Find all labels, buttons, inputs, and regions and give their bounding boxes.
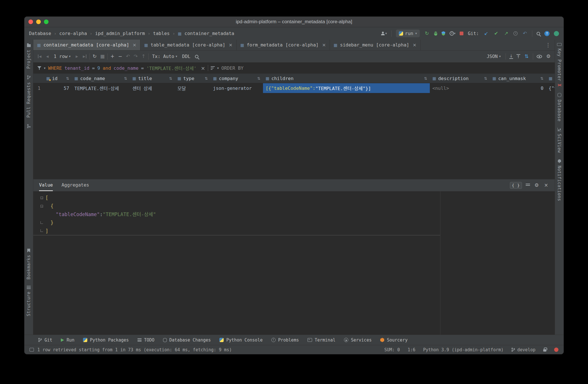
column-header-children[interactable]: ▦ children ⇅ xyxy=(263,74,430,83)
last-page-button[interactable]: ▸ xyxy=(82,53,88,60)
fold-collapse-icon[interactable] xyxy=(40,205,43,207)
delete-row-button[interactable]: − xyxy=(117,53,123,60)
toolwindow-python-packages-button[interactable]: Python Packages xyxy=(79,335,133,345)
tab-value[interactable]: Value xyxy=(39,179,53,191)
rollback-button[interactable]: ↶ xyxy=(522,30,528,37)
fold-end-icon[interactable] xyxy=(40,221,43,224)
transaction-mode-select[interactable]: Tx: Auto ▾ xyxy=(151,54,179,59)
sum-widget[interactable]: SUM: 0 xyxy=(384,347,400,352)
refresh-query-button[interactable]: ↻ xyxy=(92,53,98,60)
column-header-id[interactable]: ▦ id ⇅ xyxy=(44,74,72,83)
tab-form-metadata[interactable]: ▦ form_metadata [core-alpha] × xyxy=(237,40,330,50)
column-header-type[interactable]: ▦ type ⇅ xyxy=(175,74,210,83)
first-page-button[interactable]: ◂ xyxy=(37,53,42,60)
toolwindow-database-changes-button[interactable]: Database Changes xyxy=(159,335,215,345)
previous-page-button[interactable]: ◂ xyxy=(45,53,50,60)
lock-icon[interactable] xyxy=(543,349,546,352)
column-header-can-unmask[interactable]: ▦ can_unmask ⇅ xyxy=(490,74,546,83)
toolwindow-todo-button[interactable]: TODO xyxy=(134,335,158,345)
search-everywhere-button[interactable] xyxy=(537,32,540,35)
toolwindow-git-button[interactable] xyxy=(27,124,31,128)
grid-settings-button[interactable]: ⚙ xyxy=(546,53,551,60)
toolwindow-notifications-button[interactable]: Notifications xyxy=(557,159,562,201)
sort-icon[interactable] xyxy=(211,66,215,70)
git-branch-widget[interactable]: develop xyxy=(511,347,535,352)
sort-arrows-icon[interactable]: ⇅ xyxy=(540,76,543,81)
cell-children[interactable]: [{"tableCodeName": "TEMPLATE.센터-상세"}] xyxy=(263,83,430,93)
modify-data-button[interactable]: ⇅ xyxy=(524,53,529,60)
add-row-button[interactable]: + xyxy=(110,53,115,60)
sort-arrows-icon[interactable]: ⇅ xyxy=(484,76,487,81)
toolwindow-bookmarks-button[interactable]: Bookmarks xyxy=(26,249,31,280)
clear-filter-icon[interactable]: × xyxy=(201,65,205,71)
python-interpreter-widget[interactable]: Python 3.9 (ipd-admin-platform) xyxy=(423,347,504,352)
breadcrumb-item-database-name[interactable]: ipd_admin_platform xyxy=(95,31,145,36)
undo-button[interactable]: ↶ xyxy=(125,53,131,60)
close-tab-icon[interactable]: × xyxy=(133,42,136,48)
column-header-overflow[interactable]: ▦ xyxy=(546,74,555,83)
toolwindow-toggle-icon[interactable] xyxy=(30,348,34,352)
breadcrumb-item-tables[interactable]: tables xyxy=(153,31,170,36)
column-header-code-name[interactable]: ▦ code_name ⇅ xyxy=(72,74,130,83)
sort-arrows-icon[interactable]: ⇅ xyxy=(66,76,69,81)
import-data-button[interactable]: ↑ xyxy=(517,54,520,59)
user-account-button[interactable]: ▾ xyxy=(380,30,387,37)
git-push-button[interactable]: ↗ xyxy=(503,30,509,37)
column-header-title[interactable]: ▦ title ⇅ xyxy=(130,74,175,83)
cell-description[interactable]: <null> xyxy=(430,83,490,93)
cell-overflow[interactable]: {"v xyxy=(546,83,555,93)
toolwindow-structure-button[interactable]: Structure xyxy=(26,286,31,316)
caret-position-widget[interactable]: 1:6 xyxy=(408,347,415,352)
column-header-description[interactable]: ▦ description ⇅ xyxy=(430,74,490,83)
cell-company[interactable]: json-generator xyxy=(210,83,263,93)
code-with-me-button[interactable] xyxy=(554,31,559,36)
row-number-cell[interactable]: 1 xyxy=(33,83,44,93)
filter-icon[interactable] xyxy=(37,66,41,70)
toolwindow-python-console-button[interactable]: Python Console xyxy=(215,335,266,345)
close-tab-icon[interactable]: × xyxy=(322,42,326,48)
sort-arrows-icon[interactable]: ⇅ xyxy=(169,76,172,81)
cell-can-unmask[interactable]: 0 xyxy=(490,83,546,93)
notification-icon[interactable] xyxy=(554,348,558,352)
toolwindow-services-button[interactable]: Services xyxy=(340,335,376,345)
soft-wrap-button[interactable] xyxy=(526,183,530,187)
redo-button[interactable]: ↷ xyxy=(133,53,139,60)
close-tab-icon[interactable]: × xyxy=(229,42,233,48)
toolwindow-project-button[interactable]: Project xyxy=(26,43,31,69)
breadcrumb-item-table[interactable]: container_metadata xyxy=(185,31,234,36)
find-in-grid-button[interactable] xyxy=(194,53,200,60)
sort-arrows-icon[interactable]: ⇅ xyxy=(124,76,127,81)
cell-title[interactable]: 센터 상세 xyxy=(130,83,175,93)
close-window-button[interactable] xyxy=(28,20,33,24)
toolwindow-terminal-button[interactable]: Terminal xyxy=(303,335,339,345)
run-configuration-select[interactable]: run ▾ xyxy=(396,30,420,37)
zoom-window-button[interactable] xyxy=(44,20,49,24)
toolwindow-sourcery-button[interactable]: Sourcery xyxy=(376,335,411,345)
coverage-button[interactable] xyxy=(442,31,445,36)
json-value-editor[interactable]: [ { "tableCodeName" : "TEMPLATE.센터-상세" xyxy=(33,191,440,335)
toolwindow-run-button[interactable]: Run xyxy=(57,335,78,345)
view-format-select[interactable]: JSON ▾ xyxy=(485,54,502,59)
tab-aggregates[interactable]: Aggregates xyxy=(61,179,89,191)
close-pane-button[interactable]: × xyxy=(543,182,549,189)
toolwindow-pull-requests-button[interactable]: Pull Requests xyxy=(26,75,31,118)
cell-id[interactable]: 57 xyxy=(44,83,72,93)
debug-button[interactable] xyxy=(434,32,437,36)
sort-arrows-icon[interactable]: ⇅ xyxy=(424,76,427,81)
tab-sidebar-menu[interactable]: ▦ sidebar_menu [core-alpha] × xyxy=(330,40,420,50)
tab-options-icon[interactable]: ⋮ xyxy=(541,40,555,50)
profiler-button[interactable]: ▾ xyxy=(450,30,456,37)
stop-button[interactable] xyxy=(460,32,463,35)
toolwindow-problems-button[interactable]: ! Problems xyxy=(267,335,303,345)
format-json-button[interactable]: { } xyxy=(510,182,522,189)
value-settings-button[interactable]: ⚙ xyxy=(534,182,539,189)
git-update-button[interactable]: ↙ xyxy=(483,30,489,37)
rerun-button[interactable]: ↻ xyxy=(424,30,430,37)
sort-arrows-icon[interactable]: ⇅ xyxy=(257,76,260,81)
view-options-button[interactable] xyxy=(537,55,542,58)
ide-update-button[interactable]: ↑ xyxy=(544,31,550,36)
fold-end-icon[interactable] xyxy=(40,229,43,232)
export-data-button[interactable]: ↓ xyxy=(509,54,513,59)
submit-changes-button[interactable]: ↑ xyxy=(141,53,146,60)
breadcrumb-item-database[interactable]: Database xyxy=(29,31,51,36)
